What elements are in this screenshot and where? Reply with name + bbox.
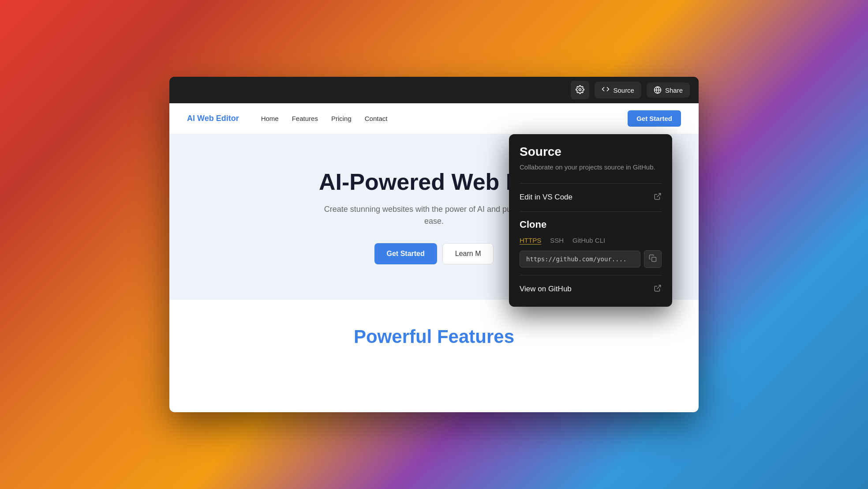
features-section: Powerful Features [169, 300, 699, 374]
nav-pricing[interactable]: Pricing [331, 115, 352, 122]
nav-cta-button[interactable]: Get Started [628, 110, 681, 127]
share-button[interactable]: Share [647, 83, 690, 98]
external-link-icon-1 [654, 192, 662, 203]
nav-features[interactable]: Features [292, 115, 318, 122]
clone-title: Clone [520, 219, 662, 230]
browser-window: Source Share AI Web Editor Home Features… [169, 77, 699, 412]
site-navbar: AI Web Editor Home Features Pricing Cont… [169, 103, 699, 134]
divider-3 [520, 275, 662, 275]
site-logo: AI Web Editor [187, 114, 239, 123]
source-button-label: Source [613, 87, 634, 94]
svg-point-0 [579, 88, 581, 90]
view-github-row[interactable]: View on GitHub [520, 282, 662, 296]
clone-tab-https[interactable]: HTTPS [520, 237, 541, 244]
nav-contact[interactable]: Contact [365, 115, 388, 122]
website-preview: AI Web Editor Home Features Pricing Cont… [169, 103, 699, 412]
external-link-icon-2 [654, 284, 662, 294]
clone-url-row [520, 250, 662, 268]
clone-tab-github-cli[interactable]: GitHub CLI [572, 237, 605, 244]
share-button-label: Share [665, 87, 683, 94]
dropdown-subtitle: Collaborate on your projects source in G… [520, 162, 662, 173]
hero-buttons: Get Started Learn M [374, 243, 494, 264]
clone-tabs: HTTPS SSH GitHub CLI [520, 237, 662, 244]
clone-tab-ssh[interactable]: SSH [550, 237, 564, 244]
edit-vs-code-label: Edit in VS Code [520, 193, 572, 202]
divider-1 [520, 183, 662, 184]
hero-learn-more-button[interactable]: Learn M [442, 243, 494, 264]
browser-toolbar: Source Share [169, 77, 699, 103]
source-dropdown: Source Collaborate on your projects sour… [509, 134, 672, 307]
clone-url-input[interactable] [520, 251, 640, 267]
divider-2 [520, 211, 662, 212]
source-button[interactable]: Source [595, 82, 641, 98]
code-icon [602, 85, 610, 95]
view-github-label: View on GitHub [520, 285, 572, 293]
gear-icon [576, 85, 584, 95]
features-title: Powerful Features [187, 326, 681, 347]
svg-line-5 [657, 285, 661, 289]
dropdown-title: Source [520, 145, 662, 159]
nav-home[interactable]: Home [261, 115, 279, 122]
svg-rect-4 [652, 257, 656, 261]
hero-get-started-button[interactable]: Get Started [374, 243, 437, 264]
copy-url-button[interactable] [644, 250, 662, 268]
globe-icon [654, 86, 662, 94]
edit-vs-code-row[interactable]: Edit in VS Code [520, 191, 662, 204]
settings-button[interactable] [571, 81, 589, 99]
copy-icon [649, 254, 657, 264]
svg-line-3 [657, 193, 661, 197]
